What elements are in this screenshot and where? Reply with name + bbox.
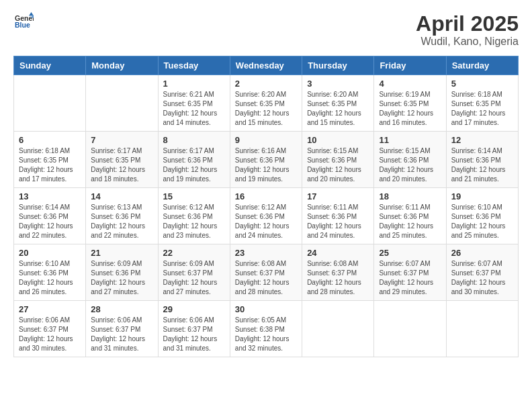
calendar-day-cell <box>86 75 158 132</box>
day-info: Sunrise: 6:06 AM Sunset: 6:37 PM Dayligh… <box>91 316 152 353</box>
calendar-day-header: Sunday <box>14 56 86 75</box>
day-number: 27 <box>19 304 81 314</box>
day-info: Sunrise: 6:12 AM Sunset: 6:36 PM Dayligh… <box>235 203 297 240</box>
day-number: 11 <box>379 135 441 145</box>
day-number: 1 <box>163 79 225 89</box>
day-number: 14 <box>91 191 152 201</box>
calendar-day-header: Tuesday <box>158 56 230 75</box>
day-number: 6 <box>19 135 81 145</box>
calendar-day-cell: 20Sunrise: 6:10 AM Sunset: 6:36 PM Dayli… <box>14 244 86 301</box>
calendar-day-cell: 7Sunrise: 6:17 AM Sunset: 6:35 PM Daylig… <box>86 132 158 188</box>
day-number: 18 <box>379 191 441 201</box>
calendar-day-cell: 22Sunrise: 6:09 AM Sunset: 6:37 PM Dayli… <box>158 244 230 301</box>
day-info: Sunrise: 6:11 AM Sunset: 6:36 PM Dayligh… <box>379 203 441 240</box>
calendar-day-cell: 23Sunrise: 6:08 AM Sunset: 6:37 PM Dayli… <box>230 244 302 301</box>
day-info: Sunrise: 6:20 AM Sunset: 6:35 PM Dayligh… <box>235 90 297 128</box>
day-number: 23 <box>235 248 297 258</box>
main-title: April 2025 <box>416 12 519 36</box>
day-number: 9 <box>235 135 297 145</box>
day-info: Sunrise: 6:14 AM Sunset: 6:36 PM Dayligh… <box>451 146 513 184</box>
svg-text:Blue: Blue <box>15 21 30 29</box>
calendar-day-cell <box>302 301 374 357</box>
calendar-week-row: 1Sunrise: 6:21 AM Sunset: 6:35 PM Daylig… <box>14 75 519 132</box>
calendar-day-cell <box>374 301 446 357</box>
calendar-day-cell: 18Sunrise: 6:11 AM Sunset: 6:36 PM Dayli… <box>374 188 446 244</box>
page: General Blue April 2025 Wudil, Kano, Nig… <box>0 0 532 411</box>
day-info: Sunrise: 6:07 AM Sunset: 6:37 PM Dayligh… <box>379 259 441 297</box>
logo-icon: General Blue <box>15 12 34 31</box>
calendar-day-cell: 29Sunrise: 6:06 AM Sunset: 6:37 PM Dayli… <box>158 301 230 357</box>
day-number: 8 <box>163 135 225 145</box>
calendar-day-cell: 1Sunrise: 6:21 AM Sunset: 6:35 PM Daylig… <box>158 75 230 132</box>
calendar-day-cell: 8Sunrise: 6:17 AM Sunset: 6:36 PM Daylig… <box>158 132 230 188</box>
header: General Blue April 2025 Wudil, Kano, Nig… <box>13 12 519 48</box>
day-info: Sunrise: 6:17 AM Sunset: 6:36 PM Dayligh… <box>163 146 225 184</box>
day-number: 2 <box>235 79 297 89</box>
day-info: Sunrise: 6:06 AM Sunset: 6:37 PM Dayligh… <box>163 316 225 353</box>
logo: General Blue <box>13 12 34 34</box>
day-number: 24 <box>307 248 369 258</box>
day-info: Sunrise: 6:18 AM Sunset: 6:35 PM Dayligh… <box>451 90 513 128</box>
day-info: Sunrise: 6:12 AM Sunset: 6:36 PM Dayligh… <box>163 203 225 240</box>
calendar-day-cell: 30Sunrise: 6:05 AM Sunset: 6:38 PM Dayli… <box>230 301 302 357</box>
day-info: Sunrise: 6:19 AM Sunset: 6:35 PM Dayligh… <box>379 90 441 128</box>
day-info: Sunrise: 6:07 AM Sunset: 6:37 PM Dayligh… <box>451 259 513 297</box>
day-info: Sunrise: 6:09 AM Sunset: 6:36 PM Dayligh… <box>91 259 152 297</box>
calendar-day-cell: 5Sunrise: 6:18 AM Sunset: 6:35 PM Daylig… <box>446 75 518 132</box>
calendar-day-cell: 25Sunrise: 6:07 AM Sunset: 6:37 PM Dayli… <box>374 244 446 301</box>
day-info: Sunrise: 6:11 AM Sunset: 6:36 PM Dayligh… <box>307 203 369 240</box>
day-number: 30 <box>235 304 297 314</box>
calendar-day-cell: 2Sunrise: 6:20 AM Sunset: 6:35 PM Daylig… <box>230 75 302 132</box>
calendar-day-header: Saturday <box>446 56 518 75</box>
day-number: 5 <box>451 79 513 89</box>
day-number: 3 <box>307 79 369 89</box>
day-number: 4 <box>379 79 441 89</box>
day-info: Sunrise: 6:05 AM Sunset: 6:38 PM Dayligh… <box>235 316 297 353</box>
calendar-day-header: Thursday <box>302 56 374 75</box>
calendar-table: SundayMondayTuesdayWednesdayThursdayFrid… <box>13 56 519 357</box>
day-number: 26 <box>451 248 513 258</box>
day-number: 22 <box>163 248 225 258</box>
calendar-day-cell: 21Sunrise: 6:09 AM Sunset: 6:36 PM Dayli… <box>86 244 158 301</box>
calendar-day-cell: 6Sunrise: 6:18 AM Sunset: 6:35 PM Daylig… <box>14 132 86 188</box>
calendar-day-cell: 3Sunrise: 6:20 AM Sunset: 6:35 PM Daylig… <box>302 75 374 132</box>
day-number: 7 <box>91 135 152 145</box>
day-info: Sunrise: 6:14 AM Sunset: 6:36 PM Dayligh… <box>19 203 81 240</box>
calendar-day-cell: 28Sunrise: 6:06 AM Sunset: 6:37 PM Dayli… <box>86 301 158 357</box>
day-info: Sunrise: 6:06 AM Sunset: 6:37 PM Dayligh… <box>19 316 81 353</box>
calendar-week-row: 20Sunrise: 6:10 AM Sunset: 6:36 PM Dayli… <box>14 244 519 301</box>
day-info: Sunrise: 6:10 AM Sunset: 6:36 PM Dayligh… <box>451 203 513 240</box>
day-number: 15 <box>163 191 225 201</box>
day-number: 28 <box>91 304 152 314</box>
calendar-day-cell <box>14 75 86 132</box>
day-number: 17 <box>307 191 369 201</box>
calendar-week-row: 13Sunrise: 6:14 AM Sunset: 6:36 PM Dayli… <box>14 188 519 244</box>
calendar-day-cell: 4Sunrise: 6:19 AM Sunset: 6:35 PM Daylig… <box>374 75 446 132</box>
day-number: 16 <box>235 191 297 201</box>
day-info: Sunrise: 6:18 AM Sunset: 6:35 PM Dayligh… <box>19 146 81 184</box>
calendar-day-cell: 24Sunrise: 6:08 AM Sunset: 6:37 PM Dayli… <box>302 244 374 301</box>
day-number: 21 <box>91 248 152 258</box>
calendar-day-header: Friday <box>374 56 446 75</box>
subtitle: Wudil, Kano, Nigeria <box>416 36 519 48</box>
calendar-week-row: 6Sunrise: 6:18 AM Sunset: 6:35 PM Daylig… <box>14 132 519 188</box>
calendar-day-cell: 16Sunrise: 6:12 AM Sunset: 6:36 PM Dayli… <box>230 188 302 244</box>
calendar-week-row: 27Sunrise: 6:06 AM Sunset: 6:37 PM Dayli… <box>14 301 519 357</box>
title-block: April 2025 Wudil, Kano, Nigeria <box>416 12 519 48</box>
day-number: 12 <box>451 135 513 145</box>
day-number: 10 <box>307 135 369 145</box>
day-info: Sunrise: 6:08 AM Sunset: 6:37 PM Dayligh… <box>235 259 297 297</box>
day-number: 13 <box>19 191 81 201</box>
day-info: Sunrise: 6:16 AM Sunset: 6:36 PM Dayligh… <box>235 146 297 184</box>
calendar-day-header: Monday <box>86 56 158 75</box>
day-info: Sunrise: 6:15 AM Sunset: 6:36 PM Dayligh… <box>307 146 369 184</box>
day-number: 29 <box>163 304 225 314</box>
calendar-day-cell: 9Sunrise: 6:16 AM Sunset: 6:36 PM Daylig… <box>230 132 302 188</box>
day-info: Sunrise: 6:09 AM Sunset: 6:37 PM Dayligh… <box>163 259 225 297</box>
calendar-day-cell: 13Sunrise: 6:14 AM Sunset: 6:36 PM Dayli… <box>14 188 86 244</box>
day-info: Sunrise: 6:15 AM Sunset: 6:36 PM Dayligh… <box>379 146 441 184</box>
day-number: 19 <box>451 191 513 201</box>
calendar-day-cell: 15Sunrise: 6:12 AM Sunset: 6:36 PM Dayli… <box>158 188 230 244</box>
calendar-header-row: SundayMondayTuesdayWednesdayThursdayFrid… <box>14 56 519 75</box>
calendar-day-cell: 27Sunrise: 6:06 AM Sunset: 6:37 PM Dayli… <box>14 301 86 357</box>
